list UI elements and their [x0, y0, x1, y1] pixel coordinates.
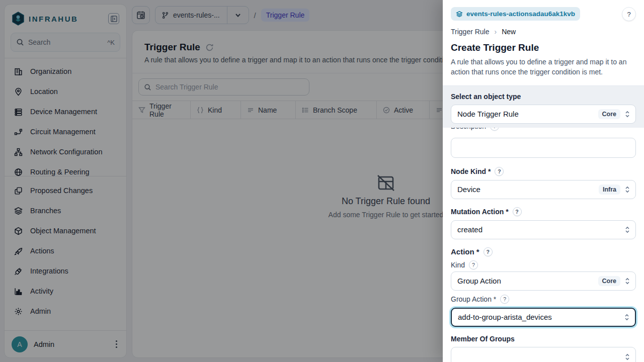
- clipped-field-label: Description ?: [451, 128, 636, 132]
- chevron-updown-icon: [624, 226, 630, 233]
- branch-badge-label: events-rules-actionsadau6ak1kvb: [466, 10, 575, 18]
- drawer-form: Description ? Node Kind * ? Device Infra…: [443, 128, 644, 362]
- mutation-action-label: Mutation Action * ?: [451, 207, 636, 216]
- help-icon[interactable]: ?: [490, 128, 499, 131]
- help-icon[interactable]: ?: [469, 260, 478, 269]
- chevron-updown-icon: [624, 278, 630, 285]
- field-label: Group Action *: [451, 295, 496, 303]
- mutation-action-select[interactable]: created: [451, 220, 636, 239]
- app-root: INFRAHUB Search ^K Organization Location: [0, 0, 644, 362]
- drawer-description: A rule that allows you to define a trigg…: [451, 57, 636, 77]
- help-button[interactable]: ?: [622, 7, 636, 21]
- member-of-groups-label: Member Of Groups: [451, 335, 636, 343]
- chevron-updown-icon: [624, 353, 630, 360]
- drawer-title: Create Trigger Rule: [451, 42, 636, 53]
- chevron-updown-icon: [624, 314, 630, 321]
- node-kind-select[interactable]: Device Infra: [451, 180, 636, 199]
- branch-badge[interactable]: events-rules-actionsadau6ak1kvb: [451, 7, 580, 21]
- object-type-label: Select an object type: [451, 93, 636, 101]
- core-badge: Core: [598, 109, 620, 119]
- chevron-updown-icon: [624, 186, 630, 193]
- object-type-select[interactable]: Node Trigger Rule Core: [451, 105, 636, 124]
- layers-icon: [456, 11, 463, 18]
- object-type-value: Node Trigger Rule: [457, 110, 594, 118]
- field-label: Node Kind *: [451, 167, 491, 175]
- select-value: Device: [457, 185, 595, 194]
- node-kind-label: Node Kind * ?: [451, 167, 636, 176]
- help-icon[interactable]: ?: [513, 207, 522, 216]
- member-of-groups-select[interactable]: [451, 347, 636, 362]
- field-label: Mutation Action *: [451, 208, 509, 216]
- chevron-updown-icon: [624, 111, 630, 118]
- breadcrumb-item-current: New: [502, 28, 516, 36]
- select-value: created: [457, 225, 620, 234]
- drawer-breadcrumb: Trigger Rule › New: [451, 28, 636, 36]
- field-label: Action *: [451, 247, 479, 256]
- select-value: Group Action: [457, 277, 594, 285]
- field-label: Kind: [451, 261, 465, 269]
- field-label: Member Of Groups: [451, 335, 515, 343]
- help-icon[interactable]: ?: [484, 247, 493, 256]
- select-value: add-to-group-arista_devices: [458, 313, 620, 321]
- group-action-label: Group Action * ?: [451, 295, 636, 304]
- action-kind-select[interactable]: Group Action Core: [451, 272, 636, 291]
- field-label: Description: [451, 128, 486, 130]
- core-badge: Core: [598, 276, 620, 286]
- help-icon[interactable]: ?: [500, 295, 509, 304]
- object-type-section: Select an object type Node Trigger Rule …: [443, 85, 644, 128]
- description-input[interactable]: [451, 138, 636, 158]
- action-kind-label: Kind ?: [451, 260, 636, 269]
- drawer-header: events-rules-actionsadau6ak1kvb ? Trigge…: [443, 0, 644, 85]
- help-icon[interactable]: ?: [495, 167, 504, 176]
- breadcrumb-item[interactable]: Trigger Rule: [451, 28, 490, 36]
- action-section-label: Action * ?: [451, 247, 636, 256]
- group-action-select[interactable]: add-to-group-arista_devices: [451, 308, 636, 327]
- infra-badge: Infra: [599, 185, 620, 195]
- chevron-right-icon: ›: [495, 28, 497, 36]
- create-trigger-rule-drawer: events-rules-actionsadau6ak1kvb ? Trigge…: [443, 0, 644, 362]
